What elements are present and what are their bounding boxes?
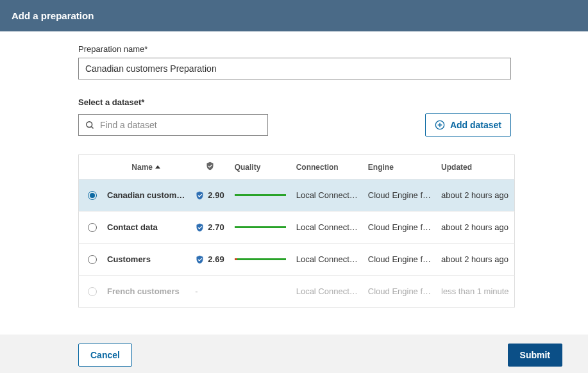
col-engine-header[interactable]: Engine xyxy=(363,155,436,179)
select-dataset-label: Select a dataset* xyxy=(78,97,511,107)
sort-asc-icon xyxy=(155,165,160,169)
row-engine: Cloud Engine f… xyxy=(363,179,436,211)
row-quality xyxy=(230,276,291,308)
table-row[interactable]: Contact data2.70Local Connect…Cloud Engi… xyxy=(79,211,515,244)
modal-content: Preparation name* Select a dataset* Add … xyxy=(0,31,588,314)
row-name: Customers xyxy=(102,244,190,276)
row-name: Contact data xyxy=(102,211,190,244)
row-connection: Local Connect… xyxy=(291,244,363,276)
row-name: Canadian custom… xyxy=(102,179,190,211)
preparation-name-input[interactable] xyxy=(78,58,511,79)
row-connection: Local Connect… xyxy=(291,211,363,244)
row-updated: less than 1 minute xyxy=(436,276,514,308)
row-engine: Cloud Engine f… xyxy=(363,211,436,244)
row-engine: Cloud Engine f… xyxy=(363,244,436,276)
submit-button[interactable]: Submit xyxy=(508,344,562,367)
shield-check-icon xyxy=(195,190,205,201)
row-radio[interactable] xyxy=(88,255,97,264)
row-trust: 2.69 xyxy=(190,244,229,276)
col-select xyxy=(79,155,103,179)
search-icon xyxy=(85,120,95,130)
row-radio[interactable] xyxy=(88,191,97,200)
shield-check-icon xyxy=(195,254,205,265)
col-quality-header[interactable]: Quality xyxy=(230,155,291,179)
col-updated-header[interactable]: Updated xyxy=(436,155,514,179)
row-updated: about 2 hours ago xyxy=(436,244,514,276)
dataset-search-input[interactable] xyxy=(100,120,261,130)
col-trust-header xyxy=(190,155,229,179)
table-header-row: Name Quality Connection Engine Updated xyxy=(79,155,515,179)
table-row[interactable]: French customers-Local Connect…Cloud Eng… xyxy=(79,276,515,308)
svg-line-1 xyxy=(91,126,93,128)
shield-icon xyxy=(205,161,215,171)
shield-check-icon xyxy=(195,222,205,233)
col-connection-header[interactable]: Connection xyxy=(291,155,363,179)
row-updated: about 2 hours ago xyxy=(436,211,514,244)
row-engine: Cloud Engine f… xyxy=(363,276,436,308)
row-quality xyxy=(230,179,291,211)
cancel-button[interactable]: Cancel xyxy=(78,344,132,367)
row-trust: 2.70 xyxy=(190,211,229,244)
modal-title: Add a preparation xyxy=(12,10,94,21)
row-trust: - xyxy=(190,276,229,308)
dataset-table: Name Quality Connection Engine Updated C… xyxy=(78,154,515,308)
modal-footer: Cancel Submit xyxy=(0,335,588,373)
row-quality xyxy=(230,244,291,276)
plus-circle-icon xyxy=(435,120,445,130)
modal-header: Add a preparation xyxy=(0,0,588,31)
row-radio[interactable] xyxy=(88,223,97,232)
svg-point-0 xyxy=(87,121,92,127)
table-row[interactable]: Customers2.69Local Connect…Cloud Engine … xyxy=(79,244,515,276)
row-quality xyxy=(230,211,291,244)
add-dataset-label: Add dataset xyxy=(450,120,501,130)
table-row[interactable]: Canadian custom…2.90Local Connect…Cloud … xyxy=(79,179,515,211)
row-name: French customers xyxy=(102,276,190,308)
row-trust: 2.90 xyxy=(190,179,229,211)
preparation-name-label: Preparation name* xyxy=(78,44,511,54)
dataset-search-box[interactable] xyxy=(78,114,268,136)
row-connection: Local Connect… xyxy=(291,179,363,211)
row-radio xyxy=(88,287,97,296)
add-dataset-button[interactable]: Add dataset xyxy=(425,113,511,137)
col-name-header[interactable]: Name xyxy=(102,155,190,179)
row-connection: Local Connect… xyxy=(291,276,363,308)
row-updated: about 2 hours ago xyxy=(436,179,514,211)
